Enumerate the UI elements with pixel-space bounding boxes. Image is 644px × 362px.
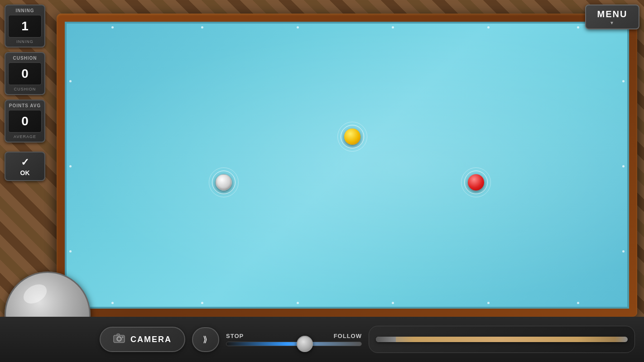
follow-label: FOLLOW — [334, 333, 362, 339]
ok-checkmark-icon: ✓ — [21, 157, 29, 168]
menu-label: MENU — [597, 9, 628, 19]
ok-button[interactable]: ✓ OK — [5, 152, 45, 181]
svg-point-2 — [118, 338, 120, 340]
red-ball[interactable] — [468, 174, 484, 191]
yellow-ball[interactable] — [344, 129, 360, 145]
average-label-bottom: AVERAGE — [8, 134, 42, 139]
cushion-stat-box: CUSHION 0 CUSHION — [5, 52, 45, 95]
arrow-forward-button[interactable]: ⟫ — [192, 327, 219, 352]
white-ball[interactable] — [216, 174, 232, 191]
cue-stick-visual — [376, 337, 628, 342]
average-value: 0 — [8, 110, 42, 133]
spin-thumb[interactable] — [297, 336, 313, 352]
spin-slider-container: STOP FOLLOW — [226, 333, 362, 346]
inning-label-bottom: INNING — [8, 39, 42, 44]
inning-value: 1 — [8, 15, 42, 38]
average-stat-box: Points Avg 0 AVERAGE — [5, 100, 45, 143]
spin-labels: STOP FOLLOW — [226, 333, 362, 339]
bottom-toolbar: CAMERA ⟫ STOP FOLLOW — [0, 317, 644, 362]
cushion-label-top: CUSHION — [8, 56, 42, 61]
camera-button[interactable]: CAMERA — [100, 327, 185, 352]
camera-icon — [113, 333, 125, 346]
table-outer-rail — [57, 14, 637, 317]
svg-point-4 — [122, 337, 124, 338]
stop-label: STOP — [226, 333, 244, 339]
menu-button[interactable]: MENU ▼ — [585, 5, 639, 29]
average-label-top: Points Avg — [8, 103, 42, 108]
svg-rect-3 — [117, 334, 120, 336]
table-felt[interactable] — [65, 22, 629, 309]
menu-chevron-icon: ▼ — [610, 20, 615, 25]
arrow-forward-icon: ⟫ — [203, 334, 208, 344]
cushion-label-bottom: CUSHION — [8, 87, 42, 91]
spin-track[interactable] — [226, 342, 362, 346]
ok-label: OK — [20, 169, 30, 176]
camera-label: CAMERA — [130, 335, 172, 344]
billiard-table-container — [57, 14, 637, 317]
cue-slider-container[interactable] — [369, 326, 635, 353]
cushion-dots — [67, 24, 627, 307]
inning-stat-box: INNING 1 INNING — [5, 5, 45, 48]
inning-label-top: INNING — [8, 8, 42, 13]
cue-track[interactable] — [376, 336, 628, 343]
cushion-value: 0 — [8, 62, 42, 85]
